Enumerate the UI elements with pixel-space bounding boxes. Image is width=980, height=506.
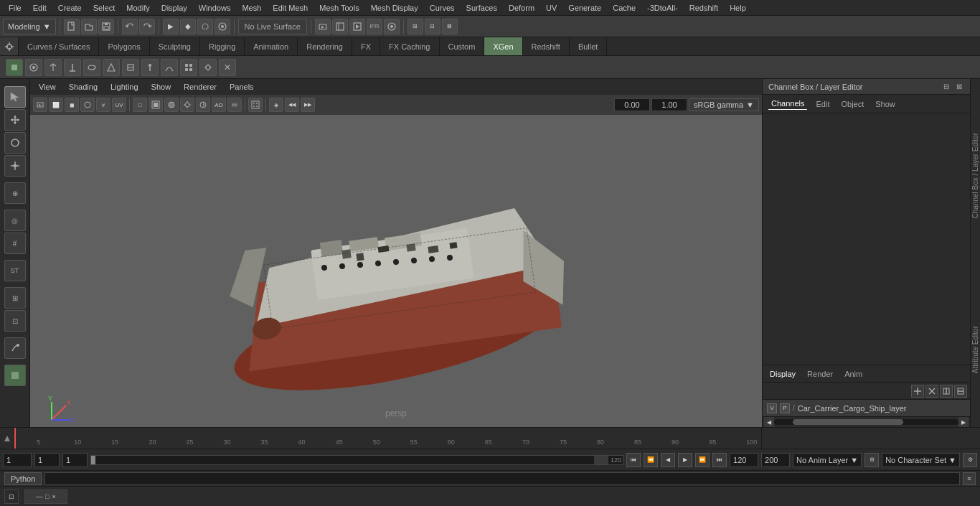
menu-edit-mesh[interactable]: Edit Mesh	[267, 2, 314, 14]
snap-grid-btn[interactable]: #	[4, 233, 26, 254]
range-start2-field[interactable]: 1	[62, 453, 88, 467]
menu-curves[interactable]: Curves	[424, 2, 461, 14]
xgen-icon-9[interactable]	[161, 59, 178, 76]
vp-menu-panels[interactable]: Panels	[224, 81, 260, 93]
tab-custom[interactable]: Custom	[440, 37, 485, 55]
xgen-icon-5[interactable]	[83, 59, 100, 76]
tab-redshift[interactable]: Redshift	[523, 37, 570, 55]
xgen-icon-6[interactable]	[103, 59, 120, 76]
vp-prev-frame-btn[interactable]: ◀◀	[285, 98, 299, 112]
layout-btn-1[interactable]: ⊞	[407, 19, 423, 34]
goto-end-btn[interactable]: ⏭	[712, 453, 727, 467]
layers-tab-display[interactable]: Display	[767, 368, 798, 380]
workspace-dropdown[interactable]: Modeling ▼	[3, 19, 56, 34]
live-surface-btn[interactable]: No Live Surface	[238, 19, 307, 34]
save-file-btn[interactable]	[98, 19, 114, 34]
vp-motion-blur-btn[interactable]	[227, 98, 242, 112]
layers-new-btn[interactable]	[911, 385, 924, 398]
vp-isolate-btn[interactable]	[149, 98, 163, 112]
mel-icon[interactable]: ≡	[963, 472, 976, 485]
new-file-btn[interactable]	[64, 19, 80, 34]
paint-select-btn[interactable]	[215, 19, 230, 34]
vp-paint-btn[interactable]	[248, 98, 263, 112]
menu-cache[interactable]: Cache	[607, 2, 641, 14]
right-edge-panel[interactable]: Channel Box / Layer Editor Attribute Edi…	[970, 79, 980, 427]
char-set-settings-btn[interactable]: ⚙	[963, 453, 977, 467]
vp-xray-btn[interactable]	[80, 98, 95, 112]
display-settings-btn[interactable]	[384, 19, 400, 34]
select-by-component-btn[interactable]: ◆	[180, 19, 196, 34]
animation-slider[interactable]: 120	[90, 455, 623, 465]
layers-tab-render[interactable]: Render	[804, 368, 836, 380]
lasso-btn[interactable]	[197, 19, 213, 34]
vp-ao-btn[interactable]: AO	[212, 98, 226, 112]
menu-select[interactable]: Select	[88, 2, 121, 14]
menu-file[interactable]: File	[3, 2, 27, 14]
menu-mesh-display[interactable]: Mesh Display	[365, 2, 424, 14]
window-icon-1[interactable]: ⊡	[4, 489, 19, 504]
vp-menu-renderer[interactable]: Renderer	[178, 81, 222, 93]
smart-transform-btn[interactable]: ST	[4, 260, 26, 281]
open-file-btn[interactable]	[81, 19, 97, 34]
layers-tab-anim[interactable]: Anim	[842, 368, 865, 380]
layout-btn-3[interactable]: ⊠	[442, 19, 458, 34]
vp-smooth-btn[interactable]: ◼	[65, 98, 79, 112]
next-frame-btn[interactable]: ⏩	[695, 453, 710, 467]
viewport-canvas[interactable]: persp X Y Z	[30, 115, 762, 427]
menu-windows[interactable]: Windows	[193, 2, 237, 14]
menu-3dtool[interactable]: -3DtoAll-	[641, 2, 684, 14]
anim-end-field[interactable]: 200	[761, 453, 790, 467]
tab-fx[interactable]: FX	[352, 37, 380, 55]
cb-close-btn[interactable]: ⊟	[941, 82, 951, 92]
undo-btn[interactable]	[122, 19, 138, 34]
show-manipulators-btn[interactable]: ⊞	[4, 287, 26, 309]
vp-value2-field[interactable]: 1.00	[651, 98, 687, 111]
xgen-icon-11[interactable]	[199, 59, 217, 76]
prev-frame-btn[interactable]: ⏪	[644, 453, 658, 467]
vp-uvs-btn[interactable]: UV	[112, 98, 126, 112]
tab-curves-surfaces[interactable]: Curves / Surfaces	[19, 37, 99, 55]
menu-edit[interactable]: Edit	[27, 2, 52, 14]
vp-wire-btn[interactable]: ⬜	[49, 98, 63, 112]
vp-menu-shading[interactable]: Shading	[63, 81, 103, 93]
isolate-select-btn[interactable]: ⊡	[4, 310, 26, 332]
vp-menu-lighting[interactable]: Lighting	[105, 81, 144, 93]
xgen-icon-2[interactable]	[25, 59, 42, 76]
vp-display-btn[interactable]: □	[133, 98, 147, 112]
select-by-hierarchy-btn[interactable]: ▶	[163, 19, 179, 34]
layers-remove-btn[interactable]	[954, 385, 967, 398]
vp-shadow-btn[interactable]	[196, 98, 210, 112]
layer-visibility-btn[interactable]: V	[767, 403, 777, 413]
layers-add-btn[interactable]	[940, 385, 953, 398]
tab-xgen[interactable]: XGen	[484, 37, 522, 55]
menu-redshift[interactable]: Redshift	[684, 2, 724, 14]
xgen-icon-8[interactable]	[141, 59, 159, 76]
tab-rendering[interactable]: Rendering	[298, 37, 352, 55]
menu-generate[interactable]: Generate	[562, 2, 607, 14]
menu-surfaces[interactable]: Surfaces	[461, 2, 503, 14]
xgen-icon-10[interactable]	[180, 59, 197, 76]
no-character-set-dropdown[interactable]: No Character Set ▼	[882, 453, 960, 467]
menu-deform[interactable]: Deform	[503, 2, 540, 14]
scroll-right-arrow[interactable]: ▶	[958, 417, 969, 427]
timeline-playhead[interactable]	[14, 428, 16, 449]
range-start-field[interactable]: 1	[34, 453, 60, 467]
move-tool-btn[interactable]	[4, 109, 26, 131]
tab-sculpting[interactable]: Sculpting	[150, 37, 200, 55]
xgen-icon-4[interactable]	[64, 59, 81, 76]
render-settings-btn[interactable]	[332, 19, 348, 34]
cb-tab-edit[interactable]: Edit	[813, 98, 832, 110]
no-anim-layer-dropdown[interactable]: No Anim Layer ▼	[793, 453, 862, 467]
paint-tool-btn[interactable]	[4, 337, 26, 359]
xgen-icon-3[interactable]	[44, 59, 62, 76]
cb-tab-object[interactable]: Object	[838, 98, 867, 110]
transform-tool-btn[interactable]: ⊕	[4, 182, 26, 204]
scrollbar-track[interactable]	[774, 419, 958, 425]
tab-rigging[interactable]: Rigging	[200, 37, 245, 55]
play-back-btn[interactable]: ◀	[661, 453, 675, 467]
tab-animation[interactable]: Animation	[245, 37, 298, 55]
xgen-guide-btn[interactable]	[4, 365, 26, 386]
vp-menu-view[interactable]: View	[33, 81, 62, 93]
tab-settings-btn[interactable]	[0, 37, 19, 55]
menu-mesh-tools[interactable]: Mesh Tools	[314, 2, 364, 14]
